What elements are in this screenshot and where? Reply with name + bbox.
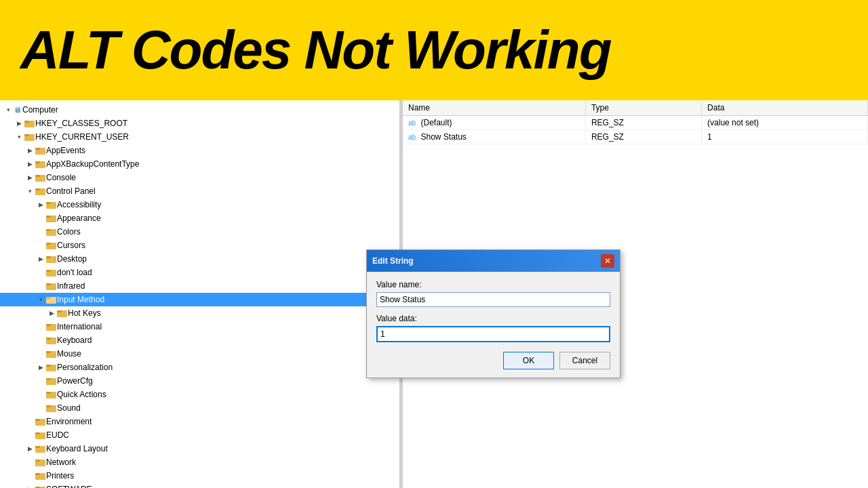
value-data-input[interactable] bbox=[376, 326, 610, 342]
edit-string-dialog: Edit String ✕ Value name: Value data: OK… bbox=[366, 249, 620, 378]
cancel-button[interactable]: Cancel bbox=[559, 352, 610, 369]
banner-title: ALT Codes Not Working bbox=[20, 19, 611, 81]
registry-area: ▾ 🖥 Computer ▶ HKEY_CLASSES_ROOT ▾ HKEY_… bbox=[0, 100, 868, 488]
dialog-titlebar: Edit String ✕ bbox=[367, 250, 620, 272]
value-data-label: Value data: bbox=[376, 314, 610, 323]
value-name-label: Value name: bbox=[376, 280, 610, 289]
dialog-overlay: Edit String ✕ Value name: Value data: OK… bbox=[0, 100, 868, 488]
value-name-input[interactable] bbox=[376, 292, 610, 307]
dialog-close-button[interactable]: ✕ bbox=[601, 254, 614, 268]
dialog-buttons: OK Cancel bbox=[376, 352, 610, 369]
banner: ALT Codes Not Working bbox=[0, 0, 868, 100]
ok-button[interactable]: OK bbox=[503, 352, 554, 369]
dialog-title: Edit String bbox=[372, 256, 414, 266]
dialog-body: Value name: Value data: OK Cancel bbox=[367, 272, 620, 378]
